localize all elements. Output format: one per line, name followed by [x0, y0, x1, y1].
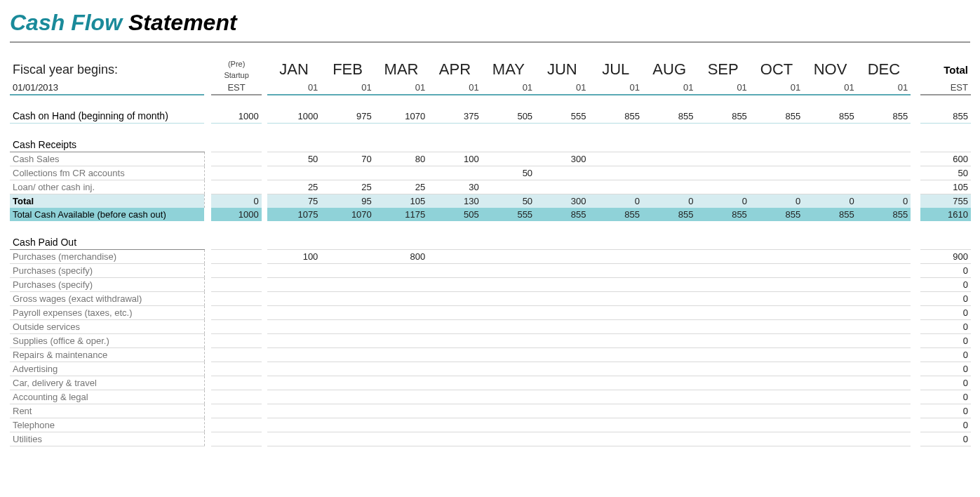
paidout-cell[interactable] [589, 305, 643, 319]
paidout-cell[interactable] [696, 263, 749, 277]
paidout-cell[interactable] [267, 291, 321, 305]
receipt-cell[interactable] [750, 152, 803, 166]
paidout-pre[interactable] [211, 319, 261, 333]
paidout-cell[interactable] [482, 347, 535, 362]
paidout-cell[interactable] [535, 418, 589, 432]
paidout-cell[interactable] [267, 319, 321, 333]
paidout-cell[interactable] [267, 333, 321, 347]
receipt-cell[interactable]: 70 [321, 152, 374, 166]
paidout-cell[interactable]: 100 [267, 249, 321, 263]
receipt-cell[interactable] [428, 166, 481, 180]
paidout-cell[interactable] [428, 347, 481, 362]
paidout-cell[interactable] [643, 362, 696, 376]
paidout-cell[interactable] [803, 319, 857, 333]
paidout-cell[interactable] [321, 404, 374, 418]
paidout-cell[interactable] [857, 291, 911, 305]
paidout-cell[interactable] [535, 376, 589, 390]
paidout-cell[interactable] [589, 390, 643, 404]
paidout-cell[interactable] [750, 249, 803, 263]
receipt-cell[interactable] [589, 180, 643, 194]
paidout-cell[interactable] [428, 249, 481, 263]
coh-cell[interactable]: 505 [482, 109, 535, 124]
paidout-cell[interactable] [857, 418, 911, 432]
receipt-cell[interactable] [857, 180, 911, 194]
paidout-cell[interactable] [803, 432, 857, 446]
paidout-cell[interactable] [428, 319, 481, 333]
coh-cell[interactable]: 1070 [375, 109, 428, 124]
paidout-cell[interactable] [375, 305, 428, 319]
receipt-cell[interactable] [535, 180, 589, 194]
paidout-cell[interactable] [589, 404, 643, 418]
receipt-cell[interactable] [643, 152, 696, 166]
receipt-cell[interactable]: 25 [267, 180, 321, 194]
paidout-cell[interactable] [696, 390, 749, 404]
paidout-cell[interactable] [589, 319, 643, 333]
paidout-cell[interactable] [535, 432, 589, 446]
paidout-pre[interactable] [211, 333, 261, 347]
coh-cell[interactable]: 855 [750, 109, 803, 124]
paidout-cell[interactable] [589, 277, 643, 291]
paidout-cell[interactable] [589, 432, 643, 446]
paidout-cell[interactable] [696, 347, 749, 362]
paidout-cell[interactable] [535, 277, 589, 291]
paidout-cell[interactable] [482, 249, 535, 263]
paidout-cell[interactable] [750, 319, 803, 333]
paidout-cell[interactable] [321, 277, 374, 291]
coh-cell[interactable]: 855 [857, 109, 911, 124]
paidout-cell[interactable] [535, 305, 589, 319]
paidout-cell[interactable] [321, 362, 374, 376]
paidout-cell[interactable] [857, 277, 911, 291]
paidout-cell[interactable] [482, 404, 535, 418]
paidout-cell[interactable] [589, 418, 643, 432]
paidout-cell[interactable] [696, 418, 749, 432]
paidout-cell[interactable] [803, 305, 857, 319]
paidout-cell[interactable] [696, 249, 749, 263]
receipt-cell[interactable]: 80 [375, 152, 428, 166]
paidout-cell[interactable] [428, 432, 481, 446]
paidout-cell[interactable] [696, 319, 749, 333]
paidout-cell[interactable] [643, 376, 696, 390]
paidout-cell[interactable] [696, 291, 749, 305]
paidout-cell[interactable] [643, 347, 696, 362]
paidout-cell[interactable] [375, 362, 428, 376]
paidout-cell[interactable] [589, 376, 643, 390]
paidout-pre[interactable] [211, 404, 261, 418]
paidout-cell[interactable] [482, 376, 535, 390]
coh-cell[interactable]: 1000 [267, 109, 321, 124]
paidout-cell[interactable] [696, 376, 749, 390]
receipt-cell[interactable] [375, 166, 428, 180]
paidout-pre[interactable] [211, 277, 261, 291]
paidout-cell[interactable] [696, 305, 749, 319]
paidout-cell[interactable] [267, 404, 321, 418]
receipt-pre[interactable] [211, 180, 261, 194]
paidout-cell[interactable] [857, 263, 911, 277]
paidout-cell[interactable] [375, 404, 428, 418]
receipt-cell[interactable] [696, 180, 749, 194]
receipt-cell[interactable] [643, 180, 696, 194]
paidout-cell[interactable] [589, 362, 643, 376]
paidout-cell[interactable]: 800 [375, 249, 428, 263]
paidout-cell[interactable] [482, 291, 535, 305]
paidout-cell[interactable] [643, 291, 696, 305]
paidout-cell[interactable] [750, 432, 803, 446]
paidout-pre[interactable] [211, 362, 261, 376]
paidout-pre[interactable] [211, 263, 261, 277]
paidout-cell[interactable] [750, 376, 803, 390]
paidout-cell[interactable] [482, 362, 535, 376]
paidout-cell[interactable] [857, 333, 911, 347]
paidout-cell[interactable] [696, 404, 749, 418]
paidout-cell[interactable] [375, 347, 428, 362]
paidout-cell[interactable] [375, 333, 428, 347]
receipt-cell[interactable] [696, 166, 749, 180]
paidout-cell[interactable] [803, 376, 857, 390]
receipt-cell[interactable]: 100 [428, 152, 481, 166]
paidout-cell[interactable] [696, 277, 749, 291]
paidout-cell[interactable] [482, 263, 535, 277]
paidout-cell[interactable] [482, 305, 535, 319]
paidout-cell[interactable] [428, 390, 481, 404]
paidout-cell[interactable] [321, 249, 374, 263]
coh-cell[interactable]: 855 [589, 109, 643, 124]
receipt-cell[interactable] [803, 180, 857, 194]
paidout-cell[interactable] [321, 263, 374, 277]
paidout-cell[interactable] [428, 362, 481, 376]
